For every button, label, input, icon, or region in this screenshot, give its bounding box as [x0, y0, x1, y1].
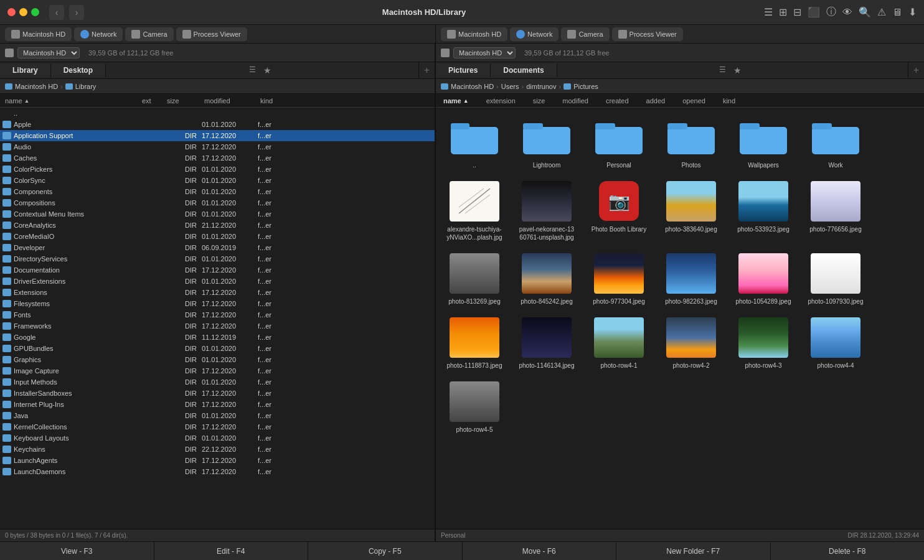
right-star-icon[interactable]: ★ — [730, 64, 745, 77]
col-header-name[interactable]: name ▲ — [2, 97, 139, 105]
file-row[interactable]: InstallerSandboxesDIR17.12.2020f...er — [0, 388, 435, 399]
tab-network-right[interactable]: Network — [510, 27, 559, 41]
file-row[interactable]: GPUBundlesDIR01.01.2020f...er — [0, 343, 435, 354]
file-row[interactable]: Input MethodsDIR01.01.2020f...er — [0, 376, 435, 388]
file-row[interactable]: DirectoryServicesDIR01.01.2020f...er — [0, 253, 435, 264]
icon-item[interactable]: .. — [443, 115, 506, 169]
right-add-tab-btn[interactable]: + — [908, 62, 924, 78]
icon-item[interactable]: photo-776656.jpeg — [804, 179, 867, 241]
minimize-button[interactable] — [19, 8, 27, 16]
icon-item[interactable]: photo-row4-5 — [443, 380, 506, 434]
file-row[interactable]: DeveloperDIR06.09.2019f...er — [0, 242, 435, 253]
tab-process-right[interactable]: Process Viewer — [612, 27, 683, 41]
screen-icon[interactable]: 🖥 — [892, 7, 902, 18]
file-row[interactable]: Apple01.01.2020f...er — [0, 119, 435, 130]
file-row[interactable]: CachesDIR17.12.2020f...er — [0, 152, 435, 164]
file-row[interactable]: FrameworksDIR17.12.2020f...er — [0, 320, 435, 332]
info-icon[interactable]: ⓘ — [826, 6, 836, 19]
icon-item[interactable]: photo-383640.jpeg — [660, 179, 722, 241]
file-row[interactable]: Image CaptureDIR17.12.2020f...er — [0, 365, 435, 376]
file-row[interactable]: DriverExtensionsDIR01.01.2020f...er — [0, 276, 435, 287]
col-header-kind[interactable]: kind — [258, 97, 295, 105]
file-row[interactable]: KernelCollectionsDIR17.12.2020f...er — [0, 421, 435, 432]
file-row[interactable]: JavaDIR01.01.2020f...er — [0, 410, 435, 421]
icon-item[interactable]: photo-1054289.jpeg — [732, 251, 794, 306]
icon-item[interactable]: Lightroom — [516, 115, 578, 169]
file-row[interactable]: ColorPickersDIR01.01.2020f...er — [0, 164, 435, 175]
file-row[interactable]: KeychainsDIR22.12.2020f...er — [0, 444, 435, 455]
warning-icon[interactable]: ⚠ — [877, 6, 886, 18]
col-header-ext[interactable]: ext — [139, 97, 164, 105]
disk-selector-left[interactable]: Macintosh HD — [17, 47, 80, 58]
right-col-added[interactable]: added — [644, 97, 668, 105]
tab-network-left[interactable]: Network — [74, 27, 123, 41]
file-row[interactable]: Application SupportDIR17.12.2020f...er — [0, 130, 435, 141]
right-list-view-icon[interactable]: ☰ — [717, 64, 728, 77]
close-button[interactable] — [7, 8, 16, 16]
func-btn-f3[interactable]: View - F3 — [0, 542, 154, 561]
icon-item[interactable]: Work — [804, 115, 867, 169]
disk-selector-right[interactable]: Macintosh HD — [453, 47, 516, 58]
file-row[interactable]: CompositionsDIR01.01.2020f...er — [0, 197, 435, 208]
right-tab-pictures[interactable]: Pictures — [436, 63, 491, 77]
icon-item[interactable]: photo-813269.jpeg — [443, 251, 506, 306]
tab-process-left[interactable]: Process Viewer — [176, 27, 247, 41]
columns-view-icon[interactable]: ⊟ — [793, 6, 801, 18]
left-tab-desktop[interactable]: Desktop — [51, 63, 106, 77]
grid-view-icon[interactable]: ⊞ — [779, 6, 787, 18]
right-col-kind[interactable]: kind — [720, 97, 738, 105]
file-row[interactable]: LaunchDaemonsDIR17.12.2020f...er — [0, 466, 435, 477]
icon-item[interactable]: photo-977304.jpeg — [588, 251, 650, 306]
icon-item[interactable]: photo-row4-2 — [660, 315, 722, 370]
func-btn-f4[interactable]: Edit - F4 — [154, 542, 309, 561]
left-file-list[interactable]: ..Apple01.01.2020f...erApplication Suppo… — [0, 108, 435, 529]
file-row[interactable]: CoreMediaIODIR01.01.2020f...er — [0, 231, 435, 242]
file-row[interactable]: CoreAnalyticsDIR21.12.2020f...er — [0, 220, 435, 231]
icon-item[interactable]: photo-845242.jpeg — [516, 251, 578, 306]
file-row[interactable]: AudioDIR17.12.2020f...er — [0, 141, 435, 152]
icon-item[interactable]: Personal — [588, 115, 650, 169]
file-row[interactable]: Internet Plug-InsDIR17.12.2020f...er — [0, 399, 435, 410]
file-row[interactable]: GraphicsDIR01.01.2020f...er — [0, 354, 435, 365]
func-btn-f8[interactable]: Delete - F8 — [771, 542, 925, 561]
back-button[interactable]: ‹ — [49, 5, 64, 20]
tab-camera-right[interactable]: Camera — [561, 27, 609, 41]
func-btn-f6[interactable]: Move - F6 — [463, 542, 617, 561]
file-row[interactable]: ComponentsDIR01.01.2020f...er — [0, 186, 435, 197]
file-row[interactable]: Keyboard LayoutsDIR01.01.2020f...er — [0, 432, 435, 444]
icon-item[interactable]: 📷Photo Booth Library — [588, 179, 650, 241]
right-col-opened[interactable]: opened — [680, 97, 708, 105]
file-row[interactable]: Contextual Menu ItemsDIR01.01.2020f...er — [0, 208, 435, 220]
tab-macintosh-hd-right[interactable]: Macintosh HD — [441, 27, 507, 41]
file-row[interactable]: LaunchAgentsDIR17.12.2020f...er — [0, 455, 435, 466]
icon-item[interactable]: photo-1146134.jpeg — [516, 315, 578, 370]
col-header-modified[interactable]: modified — [202, 97, 258, 105]
binoculars-icon[interactable]: 🔍 — [859, 6, 871, 18]
icon-item[interactable]: photo-982263.jpeg — [660, 251, 722, 306]
file-row[interactable]: .. — [0, 108, 435, 119]
file-row[interactable]: ColorSyncDIR01.01.2020f...er — [0, 175, 435, 186]
download-icon[interactable]: ⬇ — [908, 6, 917, 18]
icon-item[interactable]: Photos — [660, 115, 722, 169]
file-row[interactable]: FilesystemsDIR17.12.2020f...er — [0, 298, 435, 309]
icon-item[interactable]: photo-row4-3 — [732, 315, 794, 370]
func-btn-f5[interactable]: Copy - F5 — [308, 542, 463, 561]
left-tab-library[interactable]: Library — [0, 63, 51, 77]
maximize-button[interactable] — [31, 8, 39, 16]
right-col-name[interactable]: name ▲ — [441, 97, 471, 105]
left-list-view-icon[interactable]: ☰ — [247, 64, 258, 77]
file-row[interactable]: FontsDIR17.12.2020f...er — [0, 309, 435, 320]
icon-item[interactable]: pavel-nekoranec-13 60761-unsplash.jpg — [516, 179, 578, 241]
left-star-icon[interactable]: ★ — [260, 64, 275, 77]
left-add-tab-btn[interactable]: + — [418, 62, 435, 78]
func-btn-f7[interactable]: New Folder - F7 — [616, 542, 771, 561]
file-row[interactable]: GoogleDIR11.12.2019f...er — [0, 332, 435, 343]
icon-item[interactable]: photo-row4-4 — [804, 315, 867, 370]
tab-macintosh-hd-left[interactable]: Macintosh HD — [5, 27, 72, 41]
right-col-created[interactable]: created — [603, 97, 631, 105]
file-row[interactable]: ExtensionsDIR17.12.2020f...er — [0, 287, 435, 298]
icon-item[interactable]: alexandre-tsuchiya-yNViaXO...plash.jpg — [443, 179, 506, 241]
icon-item[interactable]: Wallpapers — [732, 115, 794, 169]
forward-button[interactable]: › — [69, 5, 84, 20]
icon-item[interactable]: photo-row4-1 — [588, 315, 650, 370]
